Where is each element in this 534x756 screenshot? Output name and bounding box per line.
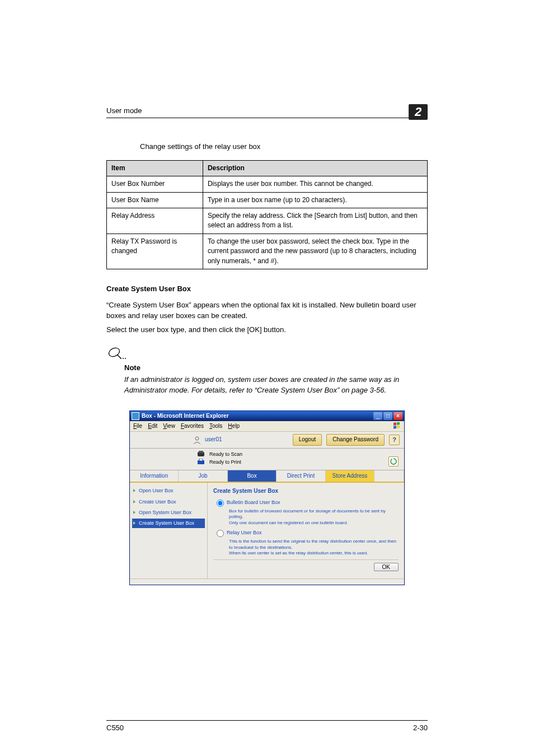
svg-point-9 [195, 437, 199, 440]
svg-point-4 [125, 358, 126, 359]
main-pane: Create System User Box Bulletin Board Us… [208, 483, 404, 578]
table-row: User Box Number Displays the user box nu… [107, 176, 428, 192]
ie-window: Box - Microsoft Internet Explorer _ □ × … [129, 410, 405, 585]
settings-table: Item Description User Box Number Display… [106, 160, 428, 269]
ie-app-icon [132, 412, 139, 420]
note-block: Note If an administrator is logged on, s… [106, 346, 428, 396]
sidebar-item-create-user-box[interactable]: Create User Box [132, 497, 205, 507]
cell-desc: To change the user box password, select … [203, 234, 427, 269]
svg-rect-6 [397, 422, 400, 425]
radio-relay[interactable]: Relay User Box [217, 529, 399, 537]
change-password-button[interactable]: Change Password [326, 434, 385, 446]
status-scan: Ready to Scan [197, 451, 400, 458]
table-row: User Box Name Type in a user box name (u… [107, 192, 428, 208]
user-name: user01 [205, 436, 222, 444]
header-title: User mode [106, 106, 142, 116]
tab-store-address[interactable]: Store Address [326, 470, 374, 482]
subheading: Change settings of the relay user box [140, 142, 428, 152]
logout-button[interactable]: Logout [293, 434, 322, 446]
status-scan-text: Ready to Scan [209, 451, 242, 458]
tab-information[interactable]: Information [130, 470, 179, 482]
cell-item: Relay TX Password is changed [107, 234, 203, 269]
status-area: Ready to Scan Ready to Print [130, 449, 404, 470]
radio-bulletin-input[interactable] [217, 500, 224, 507]
menu-tools[interactable]: Tools [209, 422, 222, 431]
page-header: User mode 2 [106, 101, 428, 118]
cell-desc: Displays the user box number. This canno… [203, 176, 427, 192]
svg-rect-13 [199, 459, 203, 461]
svg-point-2 [120, 358, 121, 359]
close-button[interactable]: × [394, 412, 402, 420]
menu-edit[interactable]: Edit [148, 422, 157, 431]
help-button[interactable]: ? [389, 435, 400, 445]
footer-model: C550 [106, 723, 124, 734]
ie-menubar: File Edit View Favorites Tools Help [130, 421, 404, 432]
user-icon [193, 436, 202, 445]
ok-button[interactable]: OK [374, 563, 399, 571]
cell-item: User Box Number [107, 176, 203, 192]
refresh-button[interactable] [388, 456, 399, 466]
status-print-text: Ready to Print [209, 459, 241, 466]
windows-logo-icon [393, 422, 401, 430]
note-text: If an administrator is logged on, system… [124, 375, 428, 396]
sidebar-item-open-system-user-box[interactable]: Open System User Box [132, 508, 205, 517]
sidebar-item-create-system-user-box[interactable]: Create System User Box [132, 519, 205, 528]
radio-relay-desc: This is the function to send the origina… [229, 539, 399, 556]
window-bottom-bar [130, 578, 404, 585]
tab-direct-print[interactable]: Direct Print [277, 470, 325, 482]
ie-titlebar: Box - Microsoft Internet Explorer _ □ × [130, 411, 404, 421]
status-print: Ready to Print [197, 459, 400, 466]
maximize-button[interactable]: □ [383, 412, 392, 420]
main-heading: Create System User Box [213, 487, 399, 496]
refresh-icon [390, 458, 397, 465]
cell-desc: Type in a user box name (up to 20 charac… [203, 192, 427, 208]
menu-help[interactable]: Help [228, 422, 240, 431]
app-body: Open User Box Create User Box Open Syste… [130, 483, 404, 578]
section-heading: Create System User Box [106, 284, 428, 295]
cell-item: User Box Name [107, 192, 203, 208]
svg-point-3 [123, 358, 124, 359]
radio-bulletin-label: Bulletin Board User Box [227, 499, 280, 506]
tab-job[interactable]: Job [179, 470, 227, 482]
tab-empty [374, 470, 404, 482]
menu-favorites[interactable]: Favorites [181, 422, 204, 431]
radio-bulletin[interactable]: Bulletin Board User Box [217, 499, 399, 507]
tabbar: Information Job Box Direct Print Store A… [130, 470, 404, 483]
svg-rect-7 [394, 426, 396, 429]
svg-line-1 [117, 354, 121, 358]
paragraph: Select the user box type, and then click… [106, 325, 428, 335]
col-header-description: Description [203, 160, 427, 176]
tab-box[interactable]: Box [228, 470, 277, 482]
svg-rect-11 [199, 451, 203, 453]
minimize-button[interactable]: _ [373, 412, 382, 420]
footer-page: 2-30 [413, 723, 428, 734]
sidebar-item-open-user-box[interactable]: Open User Box [132, 486, 205, 496]
col-header-item: Item [107, 160, 203, 176]
table-row: Relay Address Specify the relay address.… [107, 208, 428, 234]
radio-relay-input[interactable] [217, 530, 224, 537]
radio-bulletin-desc: Box for bulletin of browsed document or … [229, 508, 399, 526]
ie-title: Box - Microsoft Internet Explorer [142, 412, 373, 421]
chapter-number: 2 [409, 104, 428, 120]
app-top-bar: user01 Logout Change Password ? [130, 432, 404, 449]
note-icon [106, 346, 127, 361]
menu-view[interactable]: View [163, 422, 175, 431]
cell-item: Relay Address [107, 208, 203, 234]
radio-group: Bulletin Board User Box Box for bulletin… [217, 499, 399, 556]
cell-desc: Specify the relay address. Click the [Se… [203, 208, 427, 234]
page-footer: C550 2-30 [106, 720, 428, 734]
svg-rect-8 [397, 425, 400, 428]
radio-relay-label: Relay User Box [227, 529, 262, 536]
menu-file[interactable]: File [133, 422, 142, 431]
sidebar: Open User Box Create User Box Open Syste… [130, 483, 208, 578]
paragraph: “Create System User Box” appears when th… [106, 300, 428, 321]
table-row: Relay TX Password is changed To change t… [107, 234, 428, 269]
note-label: Note [124, 363, 428, 374]
svg-rect-5 [394, 422, 396, 426]
